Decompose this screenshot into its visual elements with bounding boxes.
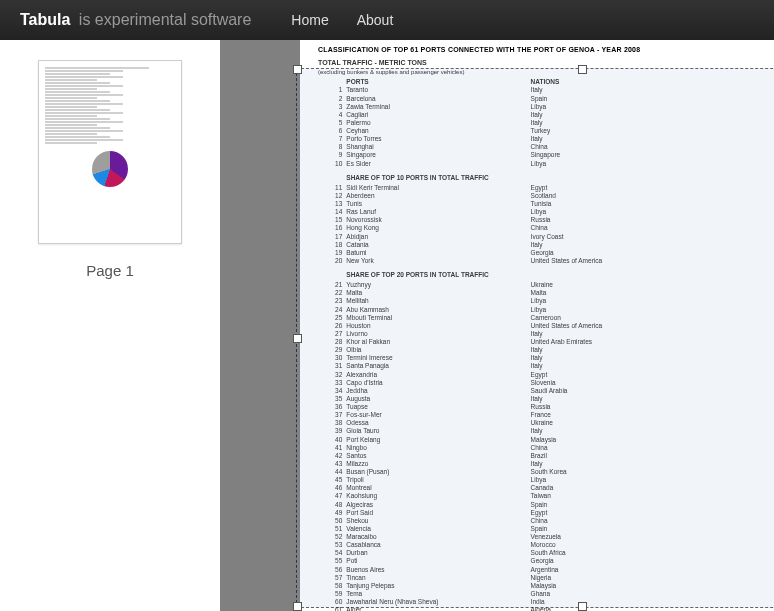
table-row: 7Porto TorresItaly1.552.5772,91 bbox=[318, 135, 774, 143]
table-row: 28Khor al FakkanUnited Arab Emirates490.… bbox=[318, 338, 774, 346]
table-row: 9SingaporeSingapore1.479.0942,77 bbox=[318, 151, 774, 159]
page-thumbnail[interactable] bbox=[38, 60, 182, 244]
table-row: 45TripoliLibya298.6710,56 bbox=[318, 476, 774, 484]
page-label: Page 1 bbox=[86, 262, 134, 279]
pdf-page[interactable]: CLASSIFICATION OF TOP 61 PORTS CONNECTED… bbox=[300, 40, 774, 611]
table-row: 1TarantoItaly3.393.6496,36 bbox=[318, 86, 774, 94]
table-row: 11Sidi Kerir TerminalEgypt1.429.9672,68 bbox=[318, 184, 774, 192]
table-row: 31Santa PanagiaItaly436.0890,82 bbox=[318, 362, 774, 370]
table-row: 41NingboChina359.2280,67 bbox=[318, 444, 774, 452]
table-row: 52MaracaiboVenezuela233.5730,44 bbox=[318, 533, 774, 541]
table-row: 3Zawia TerminalLibya1.737.4283,26 bbox=[318, 103, 774, 111]
table-row: 20New YorkUnited States of America622.19… bbox=[318, 257, 774, 265]
sidebar: Page 1 bbox=[0, 40, 220, 611]
table-row: 38OdessaUkraine383.9520,72 bbox=[318, 419, 774, 427]
topbar: Tabula is experimental software Home Abo… bbox=[0, 0, 774, 40]
table-row: 39Gioia TauroItaly373.1910,70 bbox=[318, 427, 774, 435]
table-row: 55PotiGeorgia192.3180,36 bbox=[318, 557, 774, 565]
doc-subtitle: TOTAL TRAFFIC - METRIC TONS (excluding b… bbox=[318, 59, 774, 77]
table-row: 24Abu KammashLibya547.4921,03 bbox=[318, 306, 774, 314]
table-row: 56Buenos AiresArgentina190.5810,36 bbox=[318, 566, 774, 574]
table-row: 48AlgecirasSpain263.8240,49 bbox=[318, 501, 774, 509]
table-row: 54DurbanSouth Africa203.0140,38 bbox=[318, 549, 774, 557]
table-row: 40Port KelangMalaysia359.9720,67 bbox=[318, 436, 774, 444]
table-row: 61AlgerAlgeria180.0110,34 bbox=[318, 606, 774, 611]
table-row: 51ValenciaSpain245.9480,46 bbox=[318, 525, 774, 533]
table-row: 34JeddhaSaudi Arabia408.2960,76 bbox=[318, 387, 774, 395]
table-row: 16Hong KongChina809.4371,52 bbox=[318, 224, 774, 232]
share-row: SHARE OF TOP 10 PORTS IN TOTAL TRAFFIC17… bbox=[318, 168, 774, 184]
table-row: 21YuzhnyyUkraine605.8611,13 bbox=[318, 281, 774, 289]
table-row: 8ShanghaiChina1.498.8822,81 bbox=[318, 143, 774, 151]
table-row: 25Mbouti TerminalCameroon546.8861,02 bbox=[318, 314, 774, 322]
table-row: 23MellitahLibya556.0631,04 bbox=[318, 297, 774, 305]
nav-about[interactable]: About bbox=[357, 12, 394, 28]
table-row: 15NovorossiskRussia1.167.9962,19 bbox=[318, 216, 774, 224]
table-row: 43MilazzoItaly343.6820,64 bbox=[318, 460, 774, 468]
nav: Home About bbox=[291, 12, 393, 28]
table-row: 32AlexandriaEgypt410.4670,77 bbox=[318, 371, 774, 379]
table-row: 37Fos-sur-MerFrance395.9980,74 bbox=[318, 411, 774, 419]
table-row: 58Tanjung PelepasMalaysia186.1530,35 bbox=[318, 582, 774, 590]
brand[interactable]: Tabula is experimental software bbox=[20, 11, 251, 29]
table-row: 2BarcelonaSpain1.753.2633,28 bbox=[318, 95, 774, 103]
table-row: 19BatumiGeorgia649.8091,22 bbox=[318, 249, 774, 257]
table-row: 60Jawaharlal Neru (Nhava Sheva)India181.… bbox=[318, 598, 774, 606]
table-row: 35AugustaItaly407.9050,76 bbox=[318, 395, 774, 403]
table-row: 36TuapseRussia398.2350,75 bbox=[318, 403, 774, 411]
table-row: 13TunisTunisia1.259.9832,36 bbox=[318, 200, 774, 208]
table-row: 17AbidjanIvory Coast725.6231,36 bbox=[318, 233, 774, 241]
table-row: 50ShekouChina246.3350,46 bbox=[318, 517, 774, 525]
table-row: 30Termini ImereseItaly440.8020,83 bbox=[318, 354, 774, 362]
nav-home[interactable]: Home bbox=[291, 12, 328, 28]
table-row: 14Ras LanufLibya1.191.3452,23 bbox=[318, 208, 774, 216]
data-table: PORTS NATIONS TONS INC. % 1TarantoItaly3… bbox=[318, 78, 774, 611]
table-row: 57TincanNigeria187.7600,35 bbox=[318, 574, 774, 582]
pie-chart-icon bbox=[92, 151, 128, 187]
table-row: 12AberdeenScotland1.324.1222,48 bbox=[318, 192, 774, 200]
table-row: 49Port SaidEgypt251.3400,47 bbox=[318, 509, 774, 517]
table-row: 44Busan (Pusan)South Korea325.7940,61 bbox=[318, 468, 774, 476]
table-row: 29OlbiaItaly475.0550,89 bbox=[318, 346, 774, 354]
doc-title: CLASSIFICATION OF TOP 61 PORTS CONNECTED… bbox=[318, 46, 774, 55]
table-row: 53CasablancaMorocco212.0360,40 bbox=[318, 541, 774, 549]
table-row: 27LivornoItaly496.2370,93 bbox=[318, 330, 774, 338]
table-row: 18CataniaItaly708.4981,33 bbox=[318, 241, 774, 249]
table-row: 10Es SiderLibya1.433.9352,69 bbox=[318, 160, 774, 168]
table-row: 59TemaGhana183.8940,34 bbox=[318, 590, 774, 598]
table-row: 42SantosBrazil349.5170,65 bbox=[318, 452, 774, 460]
table-row: 5PalermoItaly1.563.9942,93 bbox=[318, 119, 774, 127]
table-row: 4CagliariItaly1.658.1523,11 bbox=[318, 111, 774, 119]
table-row: 6CeyhanTurkey1.555.4542,91 bbox=[318, 127, 774, 135]
table-row: 33Capo d'IstriaSlovenia408.3940,77 bbox=[318, 379, 774, 387]
table-row: 46MontrealCanada289.4370,54 bbox=[318, 484, 774, 492]
share-row: SHARE OF TOP 20 PORTS IN TOTAL TRAFFIC27… bbox=[318, 265, 774, 281]
table-row: 26HoustonUnited States of America504.703… bbox=[318, 322, 774, 330]
pdf-viewer[interactable]: CLASSIFICATION OF TOP 61 PORTS CONNECTED… bbox=[220, 40, 774, 611]
table-row: 22MaltaMalta605.5391,13 bbox=[318, 289, 774, 297]
table-row: 47KaohsiungTaiwan270.7690,51 bbox=[318, 492, 774, 500]
